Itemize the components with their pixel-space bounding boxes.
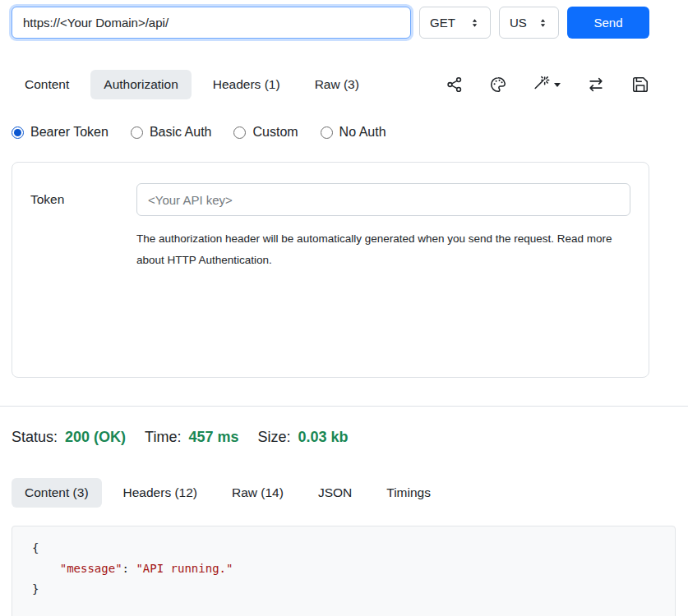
- auth-option-label: Bearer Token: [30, 125, 109, 140]
- tab-content[interactable]: Content: [12, 70, 82, 99]
- magic-wand-icon[interactable]: [533, 76, 561, 94]
- auth-option-label: Basic Auth: [150, 125, 212, 140]
- auth-option-basic-auth[interactable]: Basic Auth: [131, 125, 212, 140]
- resp-tab-json[interactable]: JSON: [305, 478, 365, 508]
- method-select[interactable]: GET: [419, 7, 491, 39]
- method-select-value: GET: [430, 16, 455, 30]
- auth-option-label: Custom: [252, 125, 298, 140]
- token-input[interactable]: [136, 183, 630, 216]
- tab-authorization[interactable]: Authorization: [90, 70, 191, 99]
- radio-unchecked-icon: [321, 126, 333, 139]
- request-toolbar: [446, 76, 649, 94]
- response-status-bar: Status: 200 (OK) Time: 457 ms Size: 0.03…: [12, 429, 676, 446]
- palette-icon[interactable]: [489, 76, 507, 94]
- status-label: Status:: [12, 429, 58, 446]
- json-brace: }: [32, 582, 39, 595]
- token-help-text: The authorization header will be automat…: [136, 228, 630, 270]
- auth-option-no-auth[interactable]: No Auth: [321, 125, 386, 140]
- size-value: 0.03 kb: [298, 429, 349, 446]
- radio-checked-icon: [12, 126, 24, 139]
- share-icon[interactable]: [446, 76, 464, 94]
- resp-tab-content[interactable]: Content (3): [12, 478, 102, 508]
- response-tabs: Content (3) Headers (12) Raw (14) JSON T…: [12, 478, 676, 508]
- json-indent: [32, 562, 60, 575]
- auth-type-group: Bearer Token Basic Auth Custom No Auth: [12, 125, 676, 140]
- status-value: 200 (OK): [65, 429, 126, 446]
- radio-unchecked-icon: [131, 126, 143, 139]
- chevron-up-down-icon: [469, 17, 480, 29]
- token-label: Token: [30, 192, 136, 207]
- response-body: { "message": "API running." }: [12, 526, 676, 616]
- chevron-up-down-icon: [538, 17, 548, 29]
- request-tabs: Content Authorization Headers (1) Raw (3…: [12, 70, 649, 99]
- resp-tab-timings[interactable]: Timings: [373, 478, 444, 508]
- request-bar: GET US Send: [12, 7, 649, 39]
- token-panel: Token The authorization header will be a…: [12, 162, 649, 378]
- region-select[interactable]: US: [499, 7, 559, 39]
- caret-down-icon: [554, 83, 561, 87]
- json-string-value: "API running.": [136, 562, 233, 575]
- region-select-value: US: [510, 16, 527, 30]
- time-label: Time:: [145, 429, 181, 446]
- url-input[interactable]: [12, 7, 411, 39]
- tab-headers[interactable]: Headers (1): [200, 70, 293, 99]
- auth-option-custom[interactable]: Custom: [233, 125, 298, 140]
- json-brace: {: [32, 541, 39, 554]
- tab-raw[interactable]: Raw (3): [302, 70, 372, 99]
- json-key: "message": [60, 562, 122, 575]
- auth-option-bearer-token[interactable]: Bearer Token: [12, 125, 109, 140]
- section-divider: [0, 406, 688, 407]
- json-separator: :: [122, 562, 136, 575]
- save-icon[interactable]: [631, 76, 649, 94]
- swap-arrows-icon[interactable]: [586, 76, 606, 94]
- auth-option-label: No Auth: [339, 125, 386, 140]
- resp-tab-headers[interactable]: Headers (12): [110, 478, 210, 508]
- radio-unchecked-icon: [233, 126, 246, 139]
- time-value: 457 ms: [188, 429, 238, 446]
- send-button[interactable]: Send: [567, 7, 649, 39]
- size-label: Size:: [257, 429, 290, 446]
- resp-tab-raw[interactable]: Raw (14): [219, 478, 297, 508]
